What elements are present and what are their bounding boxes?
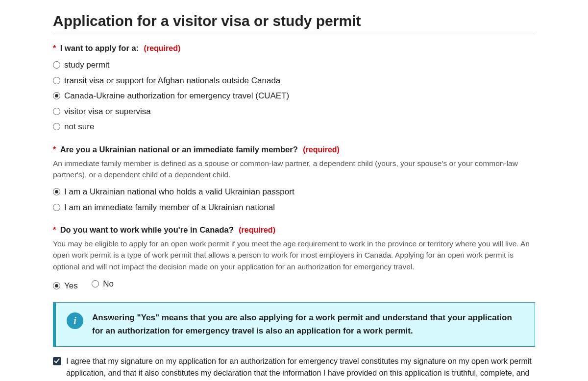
radio-icon: [53, 77, 60, 84]
radio-label: visitor visa or supervisa: [64, 105, 151, 118]
info-alert: i Answering "Yes" means that you are als…: [53, 302, 535, 347]
radio-icon: [53, 188, 60, 195]
page-title: Application for a visitor visa or study …: [53, 10, 535, 35]
radio-icon: [92, 280, 99, 287]
radio-transit-visa[interactable]: transit visa or support for Afghan natio…: [53, 73, 535, 89]
field-ukrainian-national: * Are you a Ukrainian national or an imm…: [53, 143, 535, 215]
info-icon: i: [67, 312, 83, 329]
radio-label: Canada-Ukraine authorization for emergen…: [64, 90, 289, 102]
radio-label: I am a Ukrainian national who holds a va…: [64, 186, 294, 198]
field-label-row: * Do you want to work while you're in Ca…: [53, 224, 535, 236]
radio-visitor-visa[interactable]: visitor visa or supervisa: [53, 104, 535, 119]
radio-icon: [53, 204, 60, 211]
radio-label: I am an immediate family member of a Ukr…: [64, 201, 275, 214]
radio-label: No: [103, 278, 114, 290]
radio-label: Yes: [64, 280, 78, 292]
apply-for-options: study permit transit visa or support for…: [53, 57, 535, 135]
radio-family-member[interactable]: I am an immediate family member of a Ukr…: [53, 200, 535, 215]
required-tag: (required): [239, 226, 275, 234]
info-text: Answering "Yes" means that you are also …: [92, 311, 524, 337]
radio-icon: [53, 108, 60, 115]
radio-icon: [53, 92, 60, 99]
radio-work-no[interactable]: No: [92, 276, 114, 292]
required-asterisk: *: [53, 226, 56, 234]
agree-label: I agree that my signature on my applicat…: [66, 356, 535, 381]
field-work-in-canada: * Do you want to work while you're in Ca…: [53, 224, 535, 293]
field-label-row: * I want to apply for a: (required): [53, 42, 535, 54]
work-label: Do you want to work while you're in Cana…: [60, 225, 234, 234]
form-container: Application for a visitor visa or study …: [49, 10, 539, 381]
radio-icon: [53, 61, 60, 69]
field-label-row: * Are you a Ukrainian national or an imm…: [53, 143, 535, 156]
radio-icon: [53, 123, 60, 130]
required-tag: (required): [144, 44, 181, 52]
ukrainian-options: I am a Ukrainian national who holds a va…: [53, 184, 535, 215]
radio-icon: [53, 282, 60, 289]
radio-work-yes[interactable]: Yes: [53, 278, 78, 294]
required-asterisk: *: [53, 44, 56, 52]
required-asterisk: *: [53, 145, 56, 154]
apply-for-label: I want to apply for a:: [60, 44, 139, 52]
required-tag: (required): [303, 145, 340, 154]
ukrainian-label: Are you a Ukrainian national or an immed…: [60, 145, 298, 154]
radio-not-sure[interactable]: not sure: [53, 119, 535, 135]
radio-cuaet[interactable]: Canada-Ukraine authorization for emergen…: [53, 88, 535, 104]
work-help-text: You may be eligible to apply for an open…: [53, 238, 535, 272]
radio-study-permit[interactable]: study permit: [53, 57, 535, 73]
ukrainian-help-text: An immediate family member is defined as…: [53, 158, 535, 181]
radio-label: study permit: [64, 59, 110, 71]
field-apply-for: * I want to apply for a: (required) stud…: [53, 42, 535, 135]
radio-label: not sure: [64, 120, 94, 133]
work-options: Yes No: [53, 276, 535, 294]
checkbox-icon: [53, 357, 61, 365]
radio-ukrainian-passport[interactable]: I am a Ukrainian national who holds a va…: [53, 184, 535, 200]
radio-label: transit visa or support for Afghan natio…: [64, 74, 280, 87]
agree-checkbox-row[interactable]: I agree that my signature on my applicat…: [53, 356, 535, 381]
